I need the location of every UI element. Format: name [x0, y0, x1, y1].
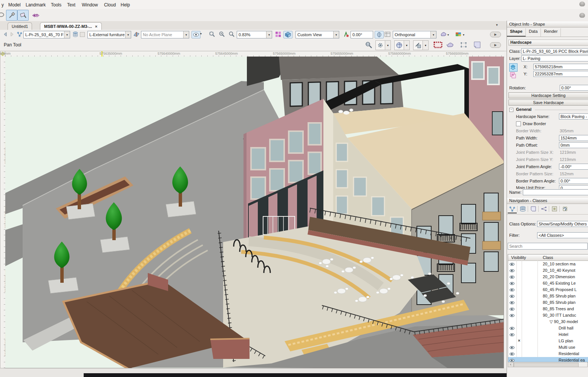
visibility-eye-icon[interactable]: [510, 282, 514, 285]
render-style-icon[interactable]: [455, 31, 462, 38]
class-row[interactable]: 80_85 Trees and: [508, 306, 588, 312]
view-cube-icon[interactable]: [283, 31, 292, 38]
visibility-eye-icon[interactable]: [510, 288, 514, 291]
layers-icon[interactable]: [72, 31, 79, 38]
chevron-down-icon[interactable]: ▾: [423, 40, 429, 50]
visibility-eye-icon[interactable]: [510, 269, 514, 272]
tab-shape[interactable]: Shape: [507, 28, 526, 37]
flyover-tool-icon[interactable]: [364, 40, 373, 49]
class-row[interactable]: 60_45 Proposed L: [508, 287, 588, 293]
tab-active-document[interactable]: MSBT-WWA-00-ZZ-M3-... ×: [40, 22, 102, 30]
visibility-eye-icon[interactable]: [510, 308, 514, 311]
menu-item-text[interactable]: Text: [66, 2, 77, 8]
chevron-down-icon[interactable]: ▾: [404, 40, 410, 50]
zoom-level-dropdown[interactable]: 0.83%▾: [237, 31, 272, 38]
class-field[interactable]: L-Pr-25_93_60_16 PCC Block Paving: [521, 48, 588, 54]
visibility-eye-icon[interactable]: [510, 346, 514, 349]
render-globe-icon[interactable]: [394, 40, 404, 50]
rotation-angle-field[interactable]: 0.00°: [351, 31, 373, 38]
hidden-x-icon[interactable]: ×: [518, 338, 520, 343]
chevron-down-icon[interactable]: ▾: [463, 33, 464, 37]
navigation-title[interactable]: Navigation - Classes: [507, 198, 588, 204]
visibility-eye-icon[interactable]: [510, 295, 514, 298]
tab-render[interactable]: Render: [541, 28, 561, 37]
path-offset-field[interactable]: 0mm: [559, 142, 588, 148]
visibility-eye-icon[interactable]: [510, 333, 514, 336]
grid-view-icon[interactable]: [384, 31, 391, 38]
saved-view-dropdown[interactable]: Custom View▾: [296, 31, 339, 38]
tab-close-icon[interactable]: ×: [95, 24, 97, 29]
visibility-eye-icon[interactable]: [510, 276, 514, 279]
hardscape-settings-button[interactable]: Hardscape Setting: [508, 92, 588, 98]
object-info-title[interactable]: Object Info - Shape: [507, 21, 588, 28]
clip-cube-icon[interactable]: [413, 40, 423, 50]
rotation-field[interactable]: 0.00°: [560, 85, 588, 91]
active-plane-dropdown[interactable]: No Active Plane▾: [141, 31, 189, 38]
class-row[interactable]: 60_45 Existing Le: [508, 280, 588, 287]
visibility-eye-icon[interactable]: [510, 359, 514, 362]
visibility-eye-icon[interactable]: [510, 327, 514, 330]
flattened-view-icon[interactable]: [375, 31, 384, 38]
chevron-down-icon[interactable]: ▾: [385, 40, 391, 50]
plan-symbol-icon[interactable]: [509, 63, 518, 72]
back-icon[interactable]: [2, 31, 9, 38]
viewports-icon[interactable]: [539, 205, 548, 213]
y-coordinate-field[interactable]: 222953287mm: [533, 71, 588, 77]
save-hardscape-button[interactable]: Save Hardscape: [508, 100, 588, 106]
class-row[interactable]: 20_10 section ma: [508, 261, 588, 267]
menu-item-tools[interactable]: Tools: [49, 2, 63, 8]
wand-tool-button[interactable]: [6, 10, 17, 21]
modebar-overflow-button[interactable]: ▶: [490, 42, 501, 48]
hardscape-tool-icon[interactable]: [30, 10, 41, 21]
class-group-row[interactable]: ▽ 90_30 model: [508, 319, 588, 325]
design-layers-icon[interactable]: [518, 205, 527, 213]
class-row[interactable]: Hotel: [508, 331, 588, 338]
chevron-down-icon[interactable]: ▾: [447, 33, 449, 37]
settings-gear-icon[interactable]: [375, 40, 385, 50]
zoom-icon[interactable]: [228, 31, 235, 38]
references-icon[interactable]: [560, 205, 570, 213]
chevron-down-icon[interactable]: ▾: [200, 32, 202, 35]
menu-item-modify-cut[interactable]: y: [0, 2, 5, 8]
class-row[interactable]: Multi use: [508, 344, 588, 351]
path-width-field[interactable]: 1524mm: [559, 135, 588, 141]
joint-angle-field[interactable]: -0.00°: [559, 164, 588, 170]
search-input[interactable]: [508, 243, 588, 250]
collapse-icon[interactable]: −: [509, 108, 513, 112]
crop-marquee-icon[interactable]: [433, 40, 443, 49]
visibility-eye-icon[interactable]: [510, 314, 514, 317]
class-row[interactable]: 90_30 ITT Landsc: [508, 312, 588, 319]
class-options-dropdown[interactable]: Show/Snap/Modify Others: [537, 221, 588, 227]
x-coordinate-field[interactable]: 575965218mm: [533, 64, 588, 70]
class-visibility-toggle[interactable]: [80, 32, 85, 37]
saved-views-icon[interactable]: [550, 205, 559, 213]
active-class-dropdown[interactable]: L-External furniture▾: [87, 31, 131, 38]
border-angle-field[interactable]: 0.00°: [559, 178, 588, 184]
menu-item-model[interactable]: Model: [7, 2, 22, 8]
menu-item-window[interactable]: Window: [80, 2, 100, 8]
class-row[interactable]: ×LG plan: [508, 338, 588, 344]
class-row[interactable]: 80_85 Shrub plan: [508, 293, 588, 299]
zoom-object-icon[interactable]: [218, 31, 225, 38]
class-list-scrollbar[interactable]: ‹: [508, 362, 588, 367]
layer-field[interactable]: L- Paving: [521, 55, 588, 61]
class-row[interactable]: 80_85 Shrub plan: [508, 299, 588, 306]
pan-tool-button[interactable]: [17, 10, 29, 21]
class-row[interactable]: Residential: [508, 351, 588, 357]
scrollbar-thumb[interactable]: [514, 363, 579, 367]
visibility-eye-icon[interactable]: [510, 263, 514, 266]
tab-list-icon[interactable]: ▾: [496, 23, 498, 27]
expand-triangle-icon[interactable]: ▽: [550, 319, 553, 324]
name-field[interactable]: [523, 189, 588, 195]
page-icon[interactable]: [473, 40, 482, 49]
visibility-mode-icon[interactable]: [191, 31, 201, 38]
multi-view-icon[interactable]: [274, 31, 282, 38]
visibility-eye-icon[interactable]: [510, 352, 514, 356]
hardscape-name-field[interactable]: Block Paving -: [559, 113, 588, 120]
tab-untitled1[interactable]: Untitled1: [8, 22, 32, 30]
scale-arrows-icon[interactable]: [459, 40, 468, 49]
menu-item-help[interactable]: Help: [119, 2, 132, 8]
draw-border-checkbox[interactable]: [516, 121, 521, 126]
menu-item-cloud[interactable]: Cloud: [103, 2, 117, 8]
class-row[interactable]: Drill hall: [508, 325, 588, 331]
